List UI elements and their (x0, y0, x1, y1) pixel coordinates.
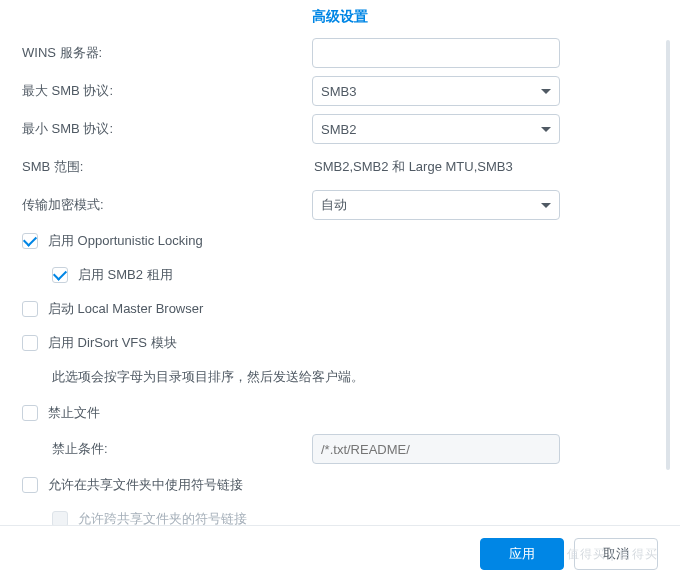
dialog-footer: 应用 取消 (0, 525, 680, 581)
symlink-cross-checkbox (52, 511, 68, 525)
dirsort-checkbox[interactable] (22, 335, 38, 351)
smb2-lease-checkbox[interactable] (52, 267, 68, 283)
row-encrypt-mode: 传输加密模式: 自动 (22, 186, 654, 224)
chevron-down-icon (541, 89, 551, 94)
min-smb-label: 最小 SMB 协议: (22, 120, 312, 138)
encrypt-mode-select[interactable]: 自动 (312, 190, 560, 220)
veto-cond-input (312, 434, 560, 464)
row-min-smb: 最小 SMB 协议: SMB2 (22, 110, 654, 148)
veto-label: 禁止文件 (48, 404, 100, 422)
row-symlink-cross: 允许跨共享文件夹的符号链接 (22, 502, 654, 525)
chevron-down-icon (541, 127, 551, 132)
local-master-checkbox[interactable] (22, 301, 38, 317)
row-local-master: 启动 Local Master Browser (22, 292, 654, 326)
row-dirsort: 启用 DirSort VFS 模块 (22, 326, 654, 360)
max-smb-value: SMB3 (321, 84, 356, 99)
max-smb-select[interactable]: SMB3 (312, 76, 560, 106)
veto-cond-label: 禁止条件: (52, 440, 312, 458)
veto-checkbox[interactable] (22, 405, 38, 421)
oplock-checkbox[interactable] (22, 233, 38, 249)
scroll-area[interactable]: WINS 服务器: 最大 SMB 协议: SMB3 最小 SMB 协议: (22, 34, 658, 525)
local-master-label: 启动 Local Master Browser (48, 300, 203, 318)
chevron-down-icon (541, 203, 551, 208)
max-smb-label: 最大 SMB 协议: (22, 82, 312, 100)
dialog-content: WINS 服务器: 最大 SMB 协议: SMB3 最小 SMB 协议: (0, 34, 680, 525)
symlink-cross-label: 允许跨共享文件夹的符号链接 (78, 510, 247, 525)
apply-button[interactable]: 应用 (480, 538, 564, 570)
row-oplock: 启用 Opportunistic Locking (22, 224, 654, 258)
row-smb2-lease: 启用 SMB2 租用 (22, 258, 654, 292)
row-veto-cond: 禁止条件: (22, 430, 654, 468)
symlink-checkbox[interactable] (22, 477, 38, 493)
row-max-smb: 最大 SMB 协议: SMB3 (22, 72, 654, 110)
dirsort-desc: 此选项会按字母为目录项目排序，然后发送给客户端。 (22, 362, 654, 392)
scrollbar[interactable] (666, 40, 670, 470)
row-symlink: 允许在共享文件夹中使用符号链接 (22, 468, 654, 502)
dialog-title: 高级设置 (0, 0, 680, 38)
cancel-button[interactable]: 取消 (574, 538, 658, 570)
symlink-label: 允许在共享文件夹中使用符号链接 (48, 476, 243, 494)
wins-input[interactable] (312, 38, 560, 68)
smb-range-label: SMB 范围: (22, 158, 312, 176)
advanced-settings-dialog: 高级设置 WINS 服务器: 最大 SMB 协议: SMB3 最小 S (0, 0, 680, 581)
row-veto: 禁止文件 (22, 396, 654, 430)
smb2-lease-label: 启用 SMB2 租用 (78, 266, 173, 284)
min-smb-select[interactable]: SMB2 (312, 114, 560, 144)
encrypt-mode-label: 传输加密模式: (22, 196, 312, 214)
row-smb-range: SMB 范围: SMB2,SMB2 和 Large MTU,SMB3 (22, 148, 654, 186)
row-wins: WINS 服务器: (22, 34, 654, 72)
oplock-label: 启用 Opportunistic Locking (48, 232, 203, 250)
min-smb-value: SMB2 (321, 122, 356, 137)
smb-range-value: SMB2,SMB2 和 Large MTU,SMB3 (312, 158, 513, 176)
wins-label: WINS 服务器: (22, 44, 312, 62)
dirsort-label: 启用 DirSort VFS 模块 (48, 334, 177, 352)
encrypt-mode-value: 自动 (321, 196, 347, 214)
